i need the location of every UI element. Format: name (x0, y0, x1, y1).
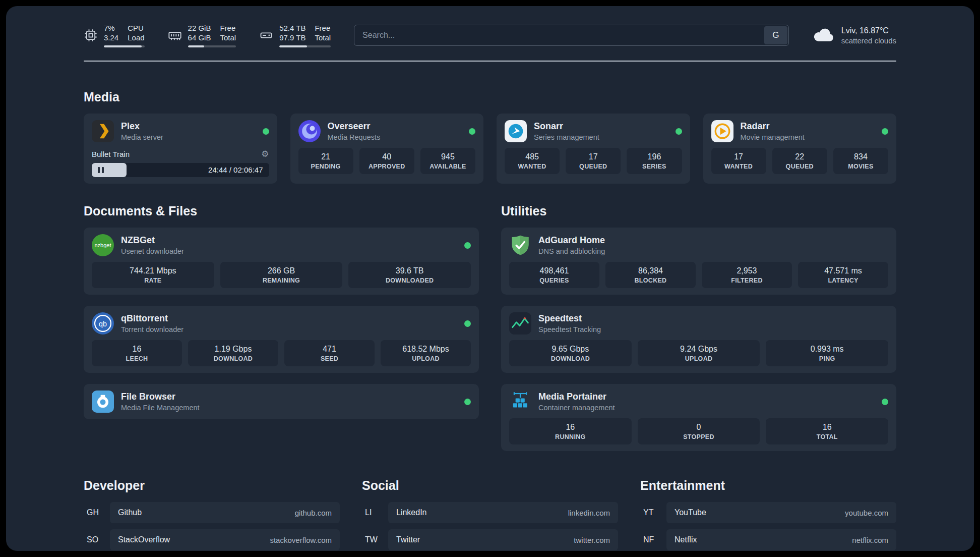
bookmark-youtube[interactable]: YT YouTube youtube.com (640, 502, 896, 523)
bookmark-domain: netflix.com (852, 536, 888, 544)
plex-card[interactable]: Plex Media server Bullet Train ⚙ 24:44 /… (84, 114, 277, 184)
cpu-resource-widget: 7% 3.24 CPU Load (84, 23, 145, 47)
plex-icon (92, 120, 114, 142)
search-provider-button[interactable]: G (764, 26, 787, 44)
radarr-card[interactable]: Radarr Movie management 17 WANTED 22 QUE… (703, 114, 897, 184)
stat-movies: 834 MOVIES (833, 148, 888, 174)
stat-value: 196 (630, 152, 679, 161)
speedtest-card[interactable]: Speedtest Speedtest Tracking 9.65 Gbps D… (501, 306, 896, 373)
overseerr-card[interactable]: Overseerr Media Requests 21 PENDING 40 A… (290, 114, 484, 184)
cloud-icon (812, 27, 835, 44)
top-bar: 7% 3.24 CPU Load (84, 23, 896, 47)
app-subtitle: Media server (121, 133, 163, 141)
disk-progress-bar (279, 45, 331, 47)
nzbget-card[interactable]: nzbget NZBGet Usenet downloader 744.21 M… (84, 228, 479, 295)
bookmark-stackoverflow[interactable]: SO StackOverflow stackoverflow.com (84, 529, 340, 550)
pause-icon[interactable] (98, 167, 104, 173)
status-dot (676, 128, 682, 135)
stat-value: 86,384 (608, 266, 693, 275)
stat-value: 16 (769, 422, 885, 432)
filebrowser-card[interactable]: File Browser Media File Management (84, 384, 479, 419)
qbittorrent-card[interactable]: qb qBittorrent Torrent downloader 16 LEE… (84, 306, 479, 373)
search-bar: G (354, 25, 789, 46)
app-name: Media Portainer (538, 392, 615, 402)
topbar-divider (84, 61, 896, 62)
app-subtitle: DNS and adblocking (538, 247, 605, 255)
bookmark-abbr: NF (640, 535, 666, 544)
stat-label: RUNNING (512, 433, 629, 441)
entertainment-bookmarks: Entertainment YT YouTube youtube.com NF … (640, 478, 896, 551)
stat-value: 9.65 Gbps (512, 344, 629, 354)
stat-value: 21 (301, 152, 350, 161)
disk-icon (259, 28, 273, 42)
stat-value: 0 (641, 422, 757, 432)
app-name: AdGuard Home (538, 235, 605, 246)
app-subtitle: Container management (538, 404, 615, 412)
app-name: Plex (121, 121, 163, 132)
memory-resource-widget: 22 GiB 64 GiB Free Total (168, 23, 236, 47)
stat-wanted: 17 WANTED (711, 148, 766, 174)
sonarr-card[interactable]: Sonarr Series management 485 WANTED 17 Q… (497, 114, 690, 184)
stat-value: 22 (775, 152, 824, 161)
bookmark-abbr: LI (362, 508, 388, 517)
developer-section-title: Developer (84, 478, 340, 493)
cpu-load-label: Load (128, 33, 144, 42)
resource-widgets: 7% 3.24 CPU Load (84, 23, 331, 47)
stat-value: 471 (287, 344, 372, 354)
weather-widget[interactable]: Lviv, 16.87°C scattered clouds (812, 26, 896, 45)
stat-label: FILTERED (705, 277, 789, 285)
bookmark-linkedin[interactable]: LI LinkedIn linkedin.com (362, 502, 618, 523)
memory-free-label: Free (220, 23, 236, 33)
stat-queued: 22 QUEUED (772, 148, 827, 174)
cpu-usage-value: 7% (104, 23, 118, 33)
adguard-card[interactable]: AdGuard Home DNS and adblocking 498,461 … (501, 228, 896, 295)
bookmark-domain: linkedin.com (568, 509, 610, 517)
svg-text:nzbget: nzbget (94, 242, 111, 248)
status-dot (882, 399, 888, 405)
nzbget-icon: nzbget (92, 234, 114, 256)
stat-filtered: 2,953 FILTERED (702, 262, 792, 288)
stat-value: 40 (362, 152, 411, 161)
stat-download: 9.65 Gbps DOWNLOAD (509, 340, 632, 366)
stat-value: 744.21 Mbps (95, 266, 211, 275)
disk-total-label: Total (315, 33, 331, 42)
app-name: Speedtest (538, 313, 601, 324)
stat-value: 0.993 ms (769, 344, 885, 354)
portainer-card[interactable]: Media Portainer Container management 16 … (501, 384, 896, 451)
bookmark-github[interactable]: GH Github github.com (84, 502, 340, 523)
stat-blocked: 86,384 BLOCKED (605, 262, 696, 288)
disk-total-value: 97.9 TB (279, 33, 305, 42)
stat-approved: 40 APPROVED (359, 148, 414, 174)
status-dot (464, 320, 471, 327)
stat-label: PENDING (301, 163, 350, 171)
stat-queries: 498,461 QUERIES (509, 262, 599, 288)
stat-label: WANTED (714, 163, 763, 171)
search-input[interactable] (354, 25, 789, 46)
stat-value: 834 (836, 152, 885, 161)
app-name: qBittorrent (121, 313, 183, 324)
app-subtitle: Usenet downloader (121, 247, 184, 255)
now-playing-title: Bullet Train (92, 149, 130, 159)
bookmark-name: LinkedIn (396, 508, 427, 517)
stat-value: 39.6 TB (351, 266, 468, 275)
stat-series: 196 SERIES (627, 148, 682, 174)
memory-icon (168, 28, 182, 42)
disk-free-value: 52.4 TB (279, 23, 305, 33)
bookmark-twitter[interactable]: TW Twitter twitter.com (362, 529, 618, 550)
stat-label: PING (769, 355, 885, 363)
stat-running: 16 RUNNING (509, 418, 632, 444)
playback-progress-bar[interactable]: 24:44 / 02:06:47 (92, 163, 269, 177)
documents-section-title: Documents & Files (84, 204, 479, 218)
bookmark-netflix[interactable]: NF Netflix netflix.com (640, 529, 896, 550)
stat-value: 17 (714, 152, 763, 161)
status-dot (882, 128, 888, 135)
gear-icon[interactable]: ⚙ (261, 150, 269, 158)
stat-downloaded: 39.6 TB DOWNLOADED (348, 262, 471, 288)
playback-time: 24:44 / 02:06:47 (208, 163, 263, 177)
stat-stopped: 0 STOPPED (638, 418, 760, 444)
bookmark-domain: stackoverflow.com (270, 536, 332, 544)
speedtest-icon (509, 312, 531, 335)
stat-wanted: 485 WANTED (505, 148, 560, 174)
stat-label: SEED (287, 355, 372, 363)
stat-label: UPLOAD (641, 355, 757, 363)
